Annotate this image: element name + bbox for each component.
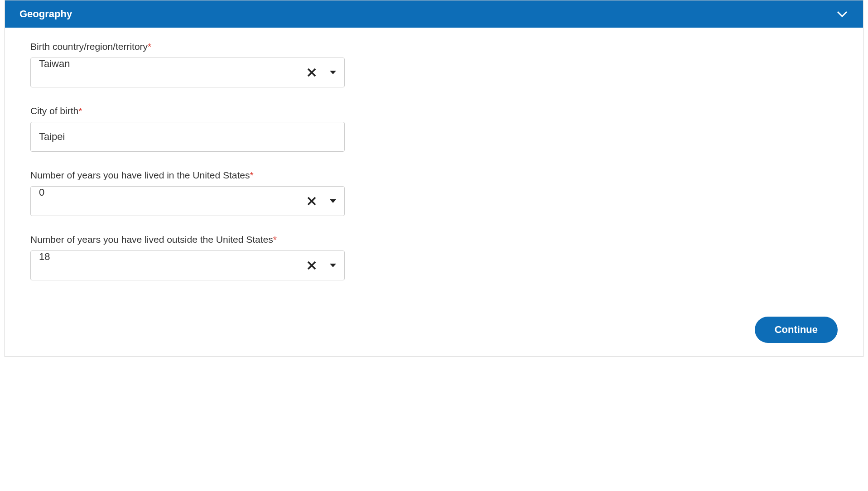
svg-marker-8 <box>330 264 336 267</box>
city-of-birth-label: City of birth* <box>30 106 838 116</box>
section-header[interactable]: Geography <box>5 0 863 28</box>
years-outside-us-select[interactable]: 18 <box>30 250 345 280</box>
required-asterisk: * <box>273 234 277 245</box>
birth-country-select[interactable]: Taiwan <box>30 58 345 87</box>
svg-marker-5 <box>330 199 336 203</box>
required-asterisk: * <box>148 41 151 52</box>
years-outside-us-group: Number of years you have lived outside t… <box>30 234 838 280</box>
years-in-us-select[interactable]: 0 <box>30 186 345 216</box>
city-of-birth-input[interactable] <box>30 122 345 152</box>
clear-icon[interactable] <box>302 63 322 82</box>
label-text: City of birth <box>30 106 78 116</box>
clear-icon[interactable] <box>302 255 322 275</box>
continue-button[interactable]: Continue <box>755 317 838 343</box>
caret-down-icon[interactable] <box>322 255 344 275</box>
geography-section: Geography Birth country/region/territory… <box>5 0 863 357</box>
caret-down-icon[interactable] <box>322 63 344 82</box>
years-in-us-label: Number of years you have lived in the Un… <box>30 170 838 181</box>
svg-marker-2 <box>330 71 336 74</box>
section-title: Geography <box>19 8 72 20</box>
caret-down-icon[interactable] <box>322 191 344 211</box>
form-footer: Continue <box>5 317 863 356</box>
birth-country-value: Taiwan <box>31 58 302 87</box>
form-body: Birth country/region/territory* Taiwan C… <box>5 28 863 317</box>
label-text: Birth country/region/territory <box>30 41 148 52</box>
years-in-us-group: Number of years you have lived in the Un… <box>30 170 838 216</box>
clear-icon[interactable] <box>302 191 322 211</box>
required-asterisk: * <box>78 106 82 116</box>
chevron-down-icon[interactable] <box>836 8 849 20</box>
birth-country-group: Birth country/region/territory* Taiwan <box>30 41 838 87</box>
label-text: Number of years you have lived outside t… <box>30 234 273 245</box>
years-in-us-value: 0 <box>31 187 302 216</box>
label-text: Number of years you have lived in the Un… <box>30 170 250 180</box>
years-outside-us-label: Number of years you have lived outside t… <box>30 234 838 245</box>
required-asterisk: * <box>250 170 253 180</box>
birth-country-label: Birth country/region/territory* <box>30 41 838 52</box>
city-of-birth-group: City of birth* <box>30 106 838 152</box>
years-outside-us-value: 18 <box>31 251 302 280</box>
